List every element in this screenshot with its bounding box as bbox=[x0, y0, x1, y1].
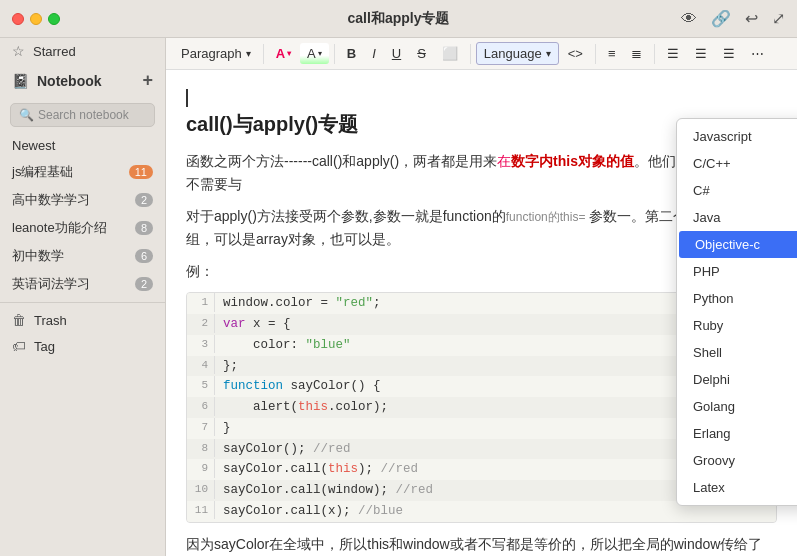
sidebar-notebook-header: 📓 Notebook + bbox=[0, 64, 165, 97]
bold-button[interactable]: B bbox=[340, 43, 363, 64]
more-icon: ⋯ bbox=[751, 46, 764, 61]
font-bg-caret: ▾ bbox=[318, 49, 322, 58]
cursor bbox=[186, 89, 188, 107]
sidebar: ☆ Starred 📓 Notebook + 🔍 Newest js编程基础 1… bbox=[0, 38, 166, 556]
sidebar-item-newest[interactable]: Newest bbox=[0, 133, 165, 158]
english-badge: 2 bbox=[135, 277, 153, 291]
sidebar-item-tag[interactable]: 🏷 Tag bbox=[0, 333, 165, 359]
align-center-button[interactable]: ☰ bbox=[688, 43, 714, 64]
trash-label: Trash bbox=[34, 313, 153, 328]
toolbar: Paragraph A ▾ A ▾ B I U S bbox=[166, 38, 797, 70]
font-bg-button[interactable]: A ▾ bbox=[300, 43, 329, 64]
search-box[interactable]: 🔍 bbox=[10, 103, 155, 127]
high-math-badge: 2 bbox=[135, 193, 153, 207]
lang-item-shell[interactable]: Shell bbox=[677, 339, 797, 366]
lang-item-python[interactable]: Python bbox=[677, 285, 797, 312]
font-color-button[interactable]: A ▾ bbox=[269, 43, 298, 64]
eye-icon[interactable]: 👁 bbox=[681, 10, 697, 28]
english-label: 英语词法学习 bbox=[12, 275, 135, 293]
sidebar-item-english[interactable]: 英语词法学习 2 bbox=[0, 270, 165, 298]
sidebar-item-starred[interactable]: ☆ Starred bbox=[0, 38, 165, 64]
list-ol-button[interactable]: ≣ bbox=[624, 43, 649, 64]
js-label: js编程基础 bbox=[12, 163, 129, 181]
star-icon: ☆ bbox=[12, 43, 25, 59]
search-input[interactable] bbox=[38, 108, 146, 122]
italic-button[interactable]: I bbox=[365, 43, 383, 64]
sidebar-item-high-math[interactable]: 高中数学学习 2 bbox=[0, 186, 165, 214]
separator-1 bbox=[263, 44, 264, 64]
strikethrough-button[interactable]: S bbox=[410, 43, 433, 64]
separator-3 bbox=[470, 44, 471, 64]
minimize-button[interactable] bbox=[30, 13, 42, 25]
separator-2 bbox=[334, 44, 335, 64]
list-ul-button[interactable]: ≡ bbox=[601, 43, 623, 64]
starred-label: Starred bbox=[33, 44, 153, 59]
lang-item-csharp[interactable]: C# bbox=[677, 177, 797, 204]
lang-item-groovy[interactable]: Groovy bbox=[677, 447, 797, 474]
lang-item-javascript[interactable]: Javascript bbox=[677, 123, 797, 150]
para-2-suffix: function的this= bbox=[506, 210, 586, 224]
language-label: Language bbox=[484, 46, 542, 61]
traffic-lights bbox=[12, 13, 60, 25]
primary-math-badge: 6 bbox=[135, 249, 153, 263]
sidebar-divider bbox=[0, 302, 165, 303]
notebook-label: Notebook bbox=[37, 73, 102, 89]
main-layout: ☆ Starred 📓 Notebook + 🔍 Newest js编程基础 1… bbox=[0, 38, 797, 556]
underline-button[interactable]: U bbox=[385, 43, 408, 64]
primary-math-label: 初中数学 bbox=[12, 247, 135, 265]
more-button[interactable]: ⋯ bbox=[744, 43, 771, 64]
add-notebook-button[interactable]: + bbox=[142, 70, 153, 91]
history-icon[interactable]: ↩ bbox=[745, 9, 758, 28]
maximize-button[interactable] bbox=[48, 13, 60, 25]
align-right-icon: ☰ bbox=[723, 46, 735, 61]
lang-item-php[interactable]: PHP bbox=[677, 258, 797, 285]
lang-item-java[interactable]: Java bbox=[677, 204, 797, 231]
para-3: 因为sayColor在全域中，所以this和window或者不写都是等价的，所以… bbox=[186, 533, 777, 556]
lang-item-delphi[interactable]: Delphi bbox=[677, 366, 797, 393]
newest-label: Newest bbox=[12, 138, 153, 153]
high-math-label: 高中数学学习 bbox=[12, 191, 135, 209]
font-bg-label: A bbox=[307, 46, 316, 61]
italic-label: I bbox=[372, 46, 376, 61]
sidebar-item-js[interactable]: js编程基础 11 bbox=[0, 158, 165, 186]
close-button[interactable] bbox=[12, 13, 24, 25]
strikethrough-label: S bbox=[417, 46, 426, 61]
leanote-badge: 8 bbox=[135, 221, 153, 235]
sidebar-item-leanote[interactable]: leanote功能介绍 8 bbox=[0, 214, 165, 242]
separator-4 bbox=[595, 44, 596, 64]
separator-5 bbox=[654, 44, 655, 64]
bold-label: B bbox=[347, 46, 356, 61]
align-center-icon: ☰ bbox=[695, 46, 707, 61]
leanote-label: leanote功能介绍 bbox=[12, 219, 135, 237]
language-dropdown-button[interactable]: Language bbox=[476, 42, 559, 65]
highlight-bold-red-1: 数字内this对象的值 bbox=[511, 153, 634, 169]
paragraph-label: Paragraph bbox=[181, 46, 242, 61]
window-title: call和apply专题 bbox=[348, 10, 450, 28]
align-left-button[interactable]: ☰ bbox=[660, 43, 686, 64]
tag-icon: 🏷 bbox=[12, 338, 26, 354]
underline-label: U bbox=[392, 46, 401, 61]
code-button[interactable]: <> bbox=[561, 43, 590, 64]
expand-icon[interactable]: ⤢ bbox=[772, 9, 785, 28]
tag-label: Tag bbox=[34, 339, 153, 354]
paragraph-dropdown[interactable]: Paragraph bbox=[174, 43, 258, 64]
sidebar-item-trash[interactable]: 🗑 Trash bbox=[0, 307, 165, 333]
lang-item-objectivec[interactable]: Objective-c bbox=[679, 231, 797, 258]
lang-item-golang[interactable]: Golang bbox=[677, 393, 797, 420]
search-icon: 🔍 bbox=[19, 108, 34, 122]
js-badge: 11 bbox=[129, 165, 153, 179]
link-icon[interactable]: 🔗 bbox=[711, 9, 731, 28]
image-button[interactable]: ⬜ bbox=[435, 43, 465, 64]
lang-item-cpp[interactable]: C/C++ bbox=[677, 150, 797, 177]
language-dropdown: Javascript C/C++ C# Java Objective-c PHP… bbox=[676, 118, 797, 506]
list-ul-icon: ≡ bbox=[608, 46, 616, 61]
font-color-caret: ▾ bbox=[287, 49, 291, 58]
lang-item-erlang[interactable]: Erlang bbox=[677, 420, 797, 447]
lang-item-latex[interactable]: Latex bbox=[677, 474, 797, 501]
lang-item-ruby[interactable]: Ruby bbox=[677, 312, 797, 339]
align-right-button[interactable]: ☰ bbox=[716, 43, 742, 64]
code-label: <> bbox=[568, 46, 583, 61]
sidebar-item-primary-math[interactable]: 初中数学 6 bbox=[0, 242, 165, 270]
notebook-icon: 📓 bbox=[12, 73, 29, 89]
titlebar: call和apply专题 👁 🔗 ↩ ⤢ bbox=[0, 0, 797, 38]
